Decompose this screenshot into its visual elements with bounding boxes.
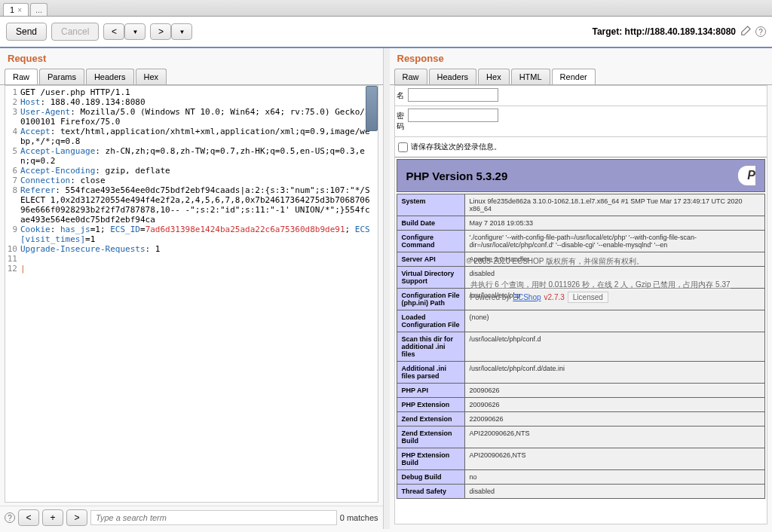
phpinfo-value: disabled [464, 485, 765, 499]
phpinfo-key: Thread Safety [397, 485, 464, 499]
phpinfo-table: SystemLinux 9fe235de862a 3.10.0-1062.18.… [397, 194, 766, 499]
line-number: 9 [5, 225, 20, 244]
phpinfo-key: Server API [397, 252, 464, 267]
code-line[interactable]: Connection: close [20, 176, 378, 185]
phpinfo-key: Zend Extension Build [397, 427, 464, 448]
line-number: 6 [5, 166, 20, 176]
send-button[interactable]: Send [6, 23, 47, 41]
response-tab-hex[interactable]: Hex [478, 69, 510, 84]
edit-target-icon[interactable] [740, 26, 751, 38]
search-matches: 0 matches [340, 513, 378, 522]
search-help-icon[interactable]: ? [5, 512, 15, 523]
code-line[interactable]: Host: 188.40.189.134:8080 [20, 97, 378, 107]
phpinfo-key: Debug Build [397, 470, 464, 485]
password-label: 密码 [395, 106, 406, 136]
phpinfo-value: Linux 9fe235de862a 3.10.0-1062.18.1.el7.… [464, 194, 765, 216]
username-label: 名 [395, 86, 406, 105]
history-prev-menu[interactable]: ▼ [124, 23, 146, 40]
target-label: Target: http://188.40.189.134:8080 [592, 26, 736, 37]
phpinfo-value: May 7 2018 19:05:33 [464, 216, 765, 231]
code-line[interactable]: Referer: 554fcae493e564ee0dc75bdf2ebf94c… [20, 185, 378, 225]
response-tab-html[interactable]: HTML [511, 69, 550, 84]
line-number: 10 [5, 244, 20, 254]
phpinfo-value: (none) [464, 310, 765, 332]
request-tab-headers[interactable]: Headers [86, 69, 134, 84]
request-editor[interactable]: 1GET /user.php HTTP/1.12Host: 188.40.189… [5, 85, 378, 503]
phpinfo-value: /usr/local/etc/php/conf.d [464, 332, 765, 362]
help-icon[interactable]: ? [755, 26, 766, 37]
phpinfo-key: Loaded Configuration File [397, 310, 464, 332]
phpinfo-value: API220090626,NTS [464, 427, 765, 448]
scrollbar-thumb[interactable] [366, 86, 378, 131]
phpinfo-value: 20090626 [464, 398, 765, 412]
phpinfo-value: 220090626 [464, 412, 765, 427]
request-tab-hex[interactable]: Hex [136, 69, 167, 84]
response-tab-render[interactable]: Render [552, 69, 596, 84]
licensed-badge: Licensed [568, 292, 608, 303]
request-pane: Request RawParamsHeadersHex 1GET /user.p… [0, 48, 384, 529]
php-version-header: PHP Version 5.3.29 P [397, 159, 766, 192]
pane-divider[interactable] [384, 48, 390, 529]
phpinfo-key: Configuration File (php.ini) Path [397, 289, 464, 310]
phpinfo-key: PHP API [397, 384, 464, 398]
line-number: 5 [5, 146, 20, 166]
session-tab-more[interactable]: ... [30, 3, 47, 16]
remember-label: 请保存我这次的登录信息。 [411, 142, 501, 152]
search-input[interactable] [90, 510, 337, 525]
remember-checkbox[interactable] [398, 142, 408, 152]
phpinfo-key: Zend Extension [397, 412, 464, 427]
line-number: 1 [5, 87, 20, 97]
tab-label: 1 [10, 5, 14, 14]
phpinfo-key: Configure Command [397, 231, 464, 252]
line-number: 12 [5, 264, 20, 274]
history-next-menu[interactable]: ▼ [171, 23, 192, 40]
history-prev-button[interactable]: < [103, 23, 124, 40]
code-line[interactable] [20, 254, 378, 264]
code-line[interactable]: Accept: text/html,application/xhtml+xml,… [20, 127, 378, 146]
history-next-button[interactable]: > [150, 23, 171, 40]
code-line[interactable]: Cookie: has_js=1; ECS_ID=7ad6d31398e1424… [20, 225, 378, 244]
search-next-button[interactable]: > [66, 509, 87, 526]
code-line[interactable]: Upgrade-Insecure-Requests: 1 [20, 244, 378, 254]
response-tabs: RawHeadersHexHTMLRender [390, 69, 773, 85]
phpinfo-value: 20090626 [464, 384, 765, 398]
phpinfo-value: API20090626,NTS [464, 448, 765, 470]
search-prev-button[interactable]: < [18, 509, 39, 526]
password-input[interactable] [408, 109, 498, 122]
phpinfo-panel: PHP Version 5.3.29 P SystemLinux 9fe235d… [395, 159, 767, 499]
line-number: 8 [5, 185, 20, 225]
ecshop-link[interactable]: ECShop [513, 293, 541, 301]
response-render[interactable]: ECSOP www.ecshop.com 名 密码 请保存我这次的登录信息。 ©… [394, 85, 768, 524]
close-icon[interactable]: × [17, 6, 22, 14]
search-add-button[interactable]: + [42, 509, 63, 526]
code-line[interactable]: Accept-Encoding: gzip, deflate [20, 166, 378, 176]
line-number: 4 [5, 127, 20, 146]
copyright-text: © 2005-2020 ECSHOP 版权所有，并保留所有权利。 [467, 256, 645, 267]
php-logo: P [738, 166, 755, 185]
code-line[interactable]: Accept-Language: zh-CN,zh;q=0.8,zh-TW;q=… [20, 146, 378, 166]
response-title: Response [390, 48, 773, 69]
username-input[interactable] [408, 88, 498, 102]
request-tab-params[interactable]: Params [39, 69, 84, 84]
line-number: 11 [5, 254, 20, 264]
phpinfo-key: Additional .ini files parsed [397, 362, 464, 384]
session-tabs: 1 × ... [0, 0, 772, 17]
cancel-button: Cancel [51, 23, 99, 41]
response-pane: Response RawHeadersHexHTMLRender ECSOP w… [390, 48, 773, 529]
code-line[interactable]: | [20, 264, 378, 274]
line-number: 7 [5, 176, 20, 185]
phpinfo-key: Build Date [397, 216, 464, 231]
main-toolbar: Send Cancel < ▼ > ▼ Target: http://188.4… [0, 17, 772, 48]
request-tab-raw[interactable]: Raw [5, 69, 38, 84]
request-search-bar: ? < + > 0 matches [0, 506, 383, 529]
code-line[interactable]: GET /user.php HTTP/1.1 [20, 87, 378, 97]
line-number: 2 [5, 97, 20, 107]
response-tab-headers[interactable]: Headers [429, 69, 477, 84]
phpinfo-key: Scan this dir for additional .ini files [397, 332, 464, 362]
phpinfo-key: PHP Extension Build [397, 448, 464, 470]
code-line[interactable]: User-Agent: Mozilla/5.0 (Windows NT 10.0… [20, 107, 378, 127]
response-tab-raw[interactable]: Raw [394, 69, 427, 84]
phpinfo-value: no [464, 470, 765, 485]
session-tab-1[interactable]: 1 × [3, 3, 29, 16]
request-tabs: RawParamsHeadersHex [0, 69, 383, 85]
